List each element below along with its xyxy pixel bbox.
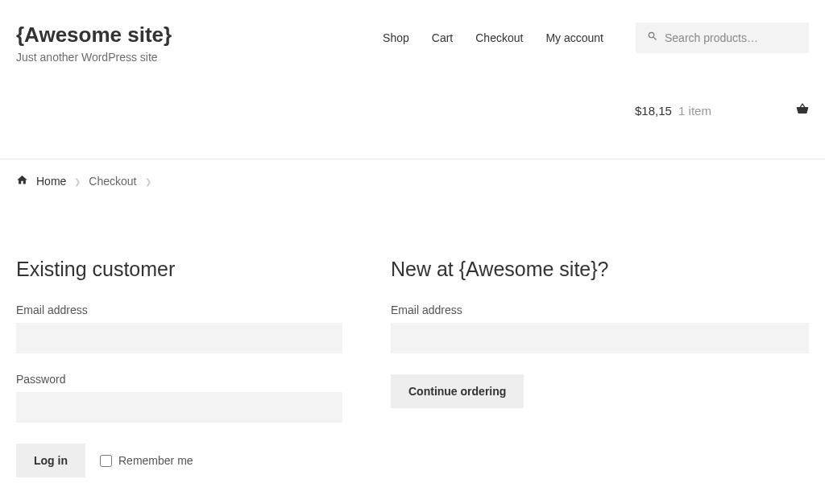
search-input[interactable] (665, 31, 798, 44)
login-password-input[interactable] (16, 392, 342, 423)
login-heading: Existing customer (16, 258, 342, 281)
breadcrumb: Home ❯ Checkout ❯ (16, 159, 809, 203)
remember-me-label[interactable]: Remember me (118, 454, 193, 467)
nav-checkout[interactable]: Checkout (475, 31, 523, 44)
remember-me-checkbox[interactable] (100, 455, 112, 467)
register-email-label: Email address (391, 304, 809, 316)
nav-cart[interactable]: Cart (432, 31, 453, 44)
primary-nav: Shop Cart Checkout My account (383, 31, 603, 45)
nav-shop[interactable]: Shop (383, 31, 409, 44)
site-tagline: Just another WordPress site (16, 51, 172, 64)
register-heading: New at {Awesome site}? (391, 258, 809, 281)
chevron-right-icon: ❯ (74, 177, 81, 186)
search-box[interactable] (636, 23, 809, 53)
basket-icon (796, 102, 809, 118)
cart-amount: $18,15 (635, 104, 672, 118)
search-icon (647, 31, 658, 45)
site-title: {Awesome site} (16, 23, 172, 48)
breadcrumb-home[interactable]: Home (36, 175, 66, 188)
login-button[interactable]: Log in (16, 444, 85, 477)
cart-summary[interactable]: $18,15 1 item (16, 102, 809, 118)
nav-my-account[interactable]: My account (545, 31, 603, 44)
continue-ordering-button[interactable]: Continue ordering (391, 374, 524, 408)
register-email-input[interactable] (391, 323, 809, 353)
login-email-label: Email address (16, 304, 342, 316)
breadcrumb-current: Checkout (89, 175, 136, 188)
chevron-right-icon: ❯ (145, 177, 151, 186)
site-branding: {Awesome site} Just another WordPress si… (16, 23, 172, 64)
cart-items-count: 1 item (678, 104, 711, 118)
login-password-label: Password (16, 373, 342, 386)
login-email-input[interactable] (16, 323, 342, 353)
home-icon (16, 174, 28, 188)
